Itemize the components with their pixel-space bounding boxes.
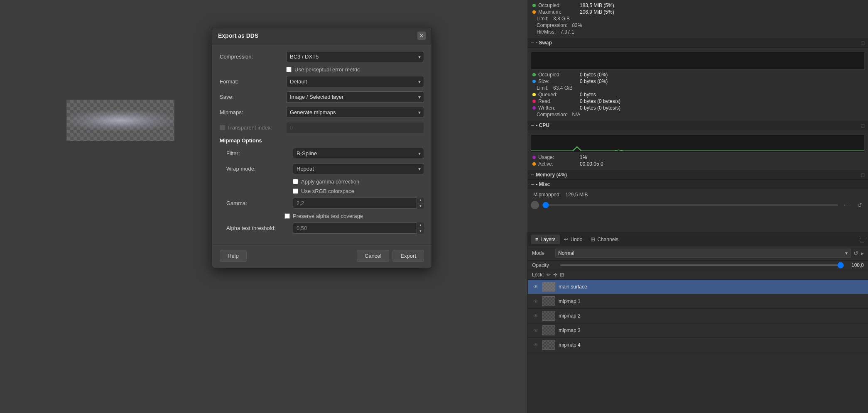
cpu-usage-row: Usage: 1% (531, 154, 865, 160)
wrap-mode-select[interactable]: Repeat (293, 163, 424, 174)
misc-slider-row: ··· ↺ (527, 199, 868, 211)
swap-queued-row: Queued: 0 bytes (531, 92, 865, 98)
cpu-content: Usage: 1% Active: 00:00:05,0 (527, 130, 868, 170)
misc-range-slider[interactable] (542, 204, 838, 206)
swap-section-title: - Swap (536, 40, 552, 46)
alpha-threshold-down-spinner[interactable]: ▼ (417, 228, 424, 234)
swap-queued-value: 0 bytes (580, 92, 596, 98)
perceptual-error-label: Use perceptual error metric (294, 66, 360, 73)
cpu-section-title: - CPU (536, 122, 549, 128)
stats-panel: Occupied: 183,5 MiB (5%) Maximum: 206,9 … (527, 0, 868, 232)
misc-content: Mipmapped: 129,5 MiB (527, 189, 868, 198)
tab-channels[interactable]: ⊞ Channels (586, 235, 623, 244)
format-label: Format: (220, 78, 286, 85)
mipmaps-select[interactable]: Generate mipmaps (286, 107, 424, 118)
mode-arrow-btn[interactable]: ▸ (861, 250, 864, 257)
swap-graph (531, 52, 865, 70)
image-preview (66, 100, 174, 141)
layer-visibility-btn-mipmap2[interactable]: 👁 (532, 312, 539, 320)
swap-collapse-btn[interactable]: ▢ (861, 40, 865, 46)
top-compression-label: Compression: (537, 22, 567, 28)
layer-item-mipmap2[interactable]: 👁 mipmap 2 (528, 309, 868, 323)
cpu-usage-value: 1% (580, 154, 587, 160)
save-select-wrapper: Image / Selected layer (286, 91, 424, 103)
lock-row: Lock: ✏ ✛ ⊞ (528, 270, 868, 280)
filter-label: Filter: (226, 150, 293, 156)
layer-thumb-main (542, 282, 555, 292)
top-limit-label: Limit: (537, 16, 549, 22)
memory-section-title: Memory (4%) (536, 172, 567, 178)
top-compression-row: Compression: 83% (531, 22, 865, 28)
gamma-row: Gamma: ▲ ▼ (226, 198, 424, 209)
misc-knob[interactable] (531, 201, 539, 209)
gamma-input (293, 198, 424, 209)
layer-visibility-btn-mipmap3[interactable]: 👁 (532, 327, 539, 334)
layer-item-mipmap3[interactable]: 👁 mipmap 3 (528, 323, 868, 338)
swap-content: Occupied: 0 bytes (0%) Size: 0 bytes (0%… (527, 48, 868, 121)
wrap-mode-select-wrapper: Repeat (293, 163, 424, 174)
opacity-slider[interactable] (560, 264, 844, 266)
top-hitmiss-value: 7,97:1 (560, 29, 574, 35)
layer-visibility-btn-mipmap1[interactable]: 👁 (532, 298, 539, 305)
gamma-up-spinner[interactable]: ▲ (417, 198, 424, 203)
apply-gamma-checkbox[interactable] (293, 179, 298, 184)
top-maximum-label: Maximum: (538, 9, 580, 15)
cpu-collapse-btn[interactable]: ▢ (861, 123, 865, 128)
alpha-threshold-input-wrapper: ▲ ▼ (293, 222, 424, 234)
compression-select[interactable]: BC3 / DXT5 (286, 51, 424, 62)
misc-mipmapped-row: Mipmapped: 129,5 MiB (531, 192, 865, 198)
preserve-alpha-row: Preserve alpha test coverage (284, 213, 424, 219)
perceptual-error-checkbox[interactable] (286, 67, 292, 72)
srgb-checkbox[interactable] (293, 188, 298, 194)
save-select[interactable]: Image / Selected layer (286, 91, 424, 103)
misc-reload-btn[interactable]: ↺ (855, 201, 865, 209)
mode-select[interactable]: Normal (555, 249, 851, 258)
top-occupied-row: Occupied: 183,5 MiB (5%) (531, 2, 865, 8)
wrap-mode-row: Wrap mode: Repeat (226, 163, 424, 174)
transparent-index-row: Transparent index: (220, 122, 424, 133)
cpu-section-header[interactable]: − - CPU ▢ (527, 121, 868, 130)
export-button[interactable]: Export (392, 250, 424, 262)
occupied-dot (532, 4, 536, 7)
gamma-label: Gamma: (226, 200, 293, 206)
save-row: Save: Image / Selected layer (220, 91, 424, 103)
layer-visibility-btn-mipmap4[interactable]: 👁 (532, 341, 539, 349)
help-button[interactable]: Help (220, 250, 247, 262)
dialog-close-button[interactable]: ✕ (417, 32, 426, 40)
lock-pencil-icon[interactable]: ✏ (547, 272, 551, 278)
preserve-alpha-checkbox[interactable] (284, 213, 290, 219)
cancel-button[interactable]: Cancel (357, 250, 389, 262)
lock-alpha-icon[interactable]: ⊞ (560, 272, 564, 278)
filter-select[interactable]: B-Spline (293, 148, 424, 159)
lock-move-icon[interactable]: ✛ (553, 272, 557, 278)
format-select[interactable]: Default (286, 76, 424, 87)
apply-gamma-row: Apply gamma correction (293, 178, 424, 185)
misc-ellipsis-btn[interactable]: ··· (841, 200, 851, 210)
tab-undo[interactable]: ↩ Undo (560, 235, 587, 244)
preserve-alpha-label: Preserve alpha test coverage (293, 213, 363, 219)
apply-gamma-label: Apply gamma correction (301, 178, 359, 185)
layer-item-mipmap4[interactable]: 👁 mipmap 4 (528, 338, 868, 352)
swap-section-header[interactable]: − - Swap ▢ (527, 38, 868, 48)
top-limit-row: Limit: 3,8 GiB (531, 16, 865, 22)
memory-section-header[interactable]: − Memory (4%) ▢ (527, 170, 868, 180)
alpha-threshold-up-spinner[interactable]: ▲ (417, 222, 424, 228)
swap-queued-label: Queued: (538, 92, 580, 98)
mode-reset-btn[interactable]: ↺ (853, 250, 858, 257)
memory-collapse-btn[interactable]: ▢ (861, 172, 865, 178)
panel-maximize-btn[interactable]: ▢ (859, 236, 865, 243)
tab-layers[interactable]: ≡ Layers (531, 235, 560, 244)
gamma-down-spinner[interactable]: ▼ (417, 203, 424, 209)
dialog-title: Export as DDS (218, 32, 258, 39)
cpu-graph (531, 134, 865, 153)
undo-icon: ↩ (564, 236, 569, 242)
layer-item-mipmap1[interactable]: 👁 mipmap 1 (528, 294, 868, 309)
layer-item-main-surface[interactable]: 👁 main surface (528, 280, 868, 294)
top-occupied-label: Occupied: (538, 2, 580, 8)
layer-name-mipmap3: mipmap 3 (559, 327, 581, 333)
misc-mipmapped-value: 129,5 MiB (565, 192, 588, 198)
layer-visibility-btn-main[interactable]: 👁 (532, 283, 539, 291)
misc-section-header[interactable]: − - Misc (527, 180, 868, 189)
format-select-wrapper: Default (286, 76, 424, 87)
wrap-mode-label: Wrap mode: (226, 166, 293, 172)
